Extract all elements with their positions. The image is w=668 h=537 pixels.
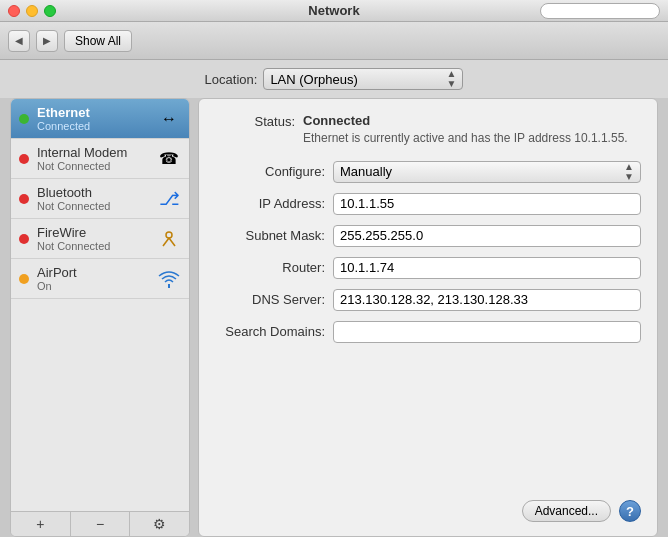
content-area: Location: LAN (Orpheus) ▲▼ Ethernet Conn…: [0, 60, 668, 537]
search-area: [540, 3, 660, 19]
location-bar: Location: LAN (Orpheus) ▲▼: [0, 60, 668, 98]
location-dropdown[interactable]: LAN (Orpheus) ▲▼: [263, 68, 463, 90]
sidebar-toolbar: + − ⚙: [11, 511, 189, 536]
status-label: Status:: [215, 113, 295, 147]
bluetooth-text: Bluetooth Not Connected: [37, 185, 149, 212]
sidebar-item-airport[interactable]: AirPort On: [11, 259, 189, 299]
status-description: Ethernet is currently active and has the…: [303, 130, 641, 147]
modem-name: Internal Modem: [37, 145, 149, 160]
svg-line-2: [169, 238, 175, 246]
status-dot-ethernet: [19, 114, 29, 124]
back-button[interactable]: ◀: [8, 30, 30, 52]
ethernet-name: Ethernet: [37, 105, 149, 120]
maximize-button[interactable]: [44, 5, 56, 17]
configure-dropdown[interactable]: Manually ▲▼: [333, 161, 641, 183]
status-dot-firewire: [19, 234, 29, 244]
ethernet-status: Connected: [37, 120, 149, 132]
subnet-row: Subnet Mask:: [215, 225, 641, 247]
location-label: Location:: [205, 72, 258, 87]
help-button[interactable]: ?: [619, 500, 641, 522]
configure-row: Configure: Manually ▲▼: [215, 161, 641, 183]
minimize-button[interactable]: [26, 5, 38, 17]
sidebar: Ethernet Connected ↔ Internal Modem Not …: [10, 98, 190, 537]
forward-button[interactable]: ▶: [36, 30, 58, 52]
svg-line-1: [163, 238, 169, 246]
search-box[interactable]: [540, 3, 660, 19]
router-input[interactable]: [333, 257, 641, 279]
remove-network-button[interactable]: −: [71, 512, 131, 536]
status-section: Status: Connected Ethernet is currently …: [215, 113, 641, 147]
status-dot-modem: [19, 154, 29, 164]
airport-name: AirPort: [37, 265, 149, 280]
ip-input[interactable]: [333, 193, 641, 215]
ip-row: IP Address:: [215, 193, 641, 215]
configure-arrows-icon: ▲▼: [624, 162, 634, 182]
search-domains-input[interactable]: [333, 321, 641, 343]
modem-text: Internal Modem Not Connected: [37, 145, 149, 172]
sidebar-item-bluetooth[interactable]: Bluetooth Not Connected ⎇: [11, 179, 189, 219]
bluetooth-icon: ⎇: [157, 187, 181, 211]
airport-status: On: [37, 280, 149, 292]
modem-icon: ☎: [157, 147, 181, 171]
airport-icon: [157, 267, 181, 291]
dns-label: DNS Server:: [215, 292, 325, 307]
ethernet-text: Ethernet Connected: [37, 105, 149, 132]
sidebar-item-ethernet[interactable]: Ethernet Connected ↔: [11, 99, 189, 139]
firewire-text: FireWire Not Connected: [37, 225, 149, 252]
firewire-icon: [157, 227, 181, 251]
subnet-label: Subnet Mask:: [215, 228, 325, 243]
search-input[interactable]: [547, 5, 653, 17]
titlebar: Network: [0, 0, 668, 22]
window-controls: [8, 5, 56, 17]
main-area: Ethernet Connected ↔ Internal Modem Not …: [0, 98, 668, 537]
show-all-button[interactable]: Show All: [64, 30, 132, 52]
router-row: Router:: [215, 257, 641, 279]
firewire-status: Not Connected: [37, 240, 149, 252]
svg-point-0: [166, 232, 172, 238]
detail-panel: Status: Connected Ethernet is currently …: [198, 98, 658, 537]
configure-value: Manually: [340, 164, 624, 179]
search-domains-row: Search Domains:: [215, 321, 641, 343]
window-title: Network: [308, 3, 359, 18]
dns-row: DNS Server:: [215, 289, 641, 311]
router-label: Router:: [215, 260, 325, 275]
ethernet-icon: ↔: [157, 107, 181, 131]
close-button[interactable]: [8, 5, 20, 17]
airport-text: AirPort On: [37, 265, 149, 292]
location-arrows-icon: ▲▼: [446, 69, 456, 89]
toolbar: ◀ ▶ Show All: [0, 22, 668, 60]
configure-label: Configure:: [215, 164, 325, 179]
settings-button[interactable]: ⚙: [130, 512, 189, 536]
sidebar-item-modem[interactable]: Internal Modem Not Connected ☎: [11, 139, 189, 179]
dns-input[interactable]: [333, 289, 641, 311]
firewire-name: FireWire: [37, 225, 149, 240]
location-value: LAN (Orpheus): [270, 72, 446, 87]
add-network-button[interactable]: +: [11, 512, 71, 536]
status-dot-airport: [19, 274, 29, 284]
ip-label: IP Address:: [215, 196, 325, 211]
status-value: Connected: [303, 113, 641, 128]
modem-status: Not Connected: [37, 160, 149, 172]
advanced-button[interactable]: Advanced...: [522, 500, 611, 522]
sidebar-item-firewire[interactable]: FireWire Not Connected: [11, 219, 189, 259]
sidebar-list: Ethernet Connected ↔ Internal Modem Not …: [11, 99, 189, 511]
status-value-col: Connected Ethernet is currently active a…: [303, 113, 641, 147]
detail-bottom: Advanced... ?: [215, 500, 641, 522]
subnet-input[interactable]: [333, 225, 641, 247]
search-domains-label: Search Domains:: [215, 324, 325, 339]
bluetooth-status: Not Connected: [37, 200, 149, 212]
status-dot-bluetooth: [19, 194, 29, 204]
bluetooth-name: Bluetooth: [37, 185, 149, 200]
